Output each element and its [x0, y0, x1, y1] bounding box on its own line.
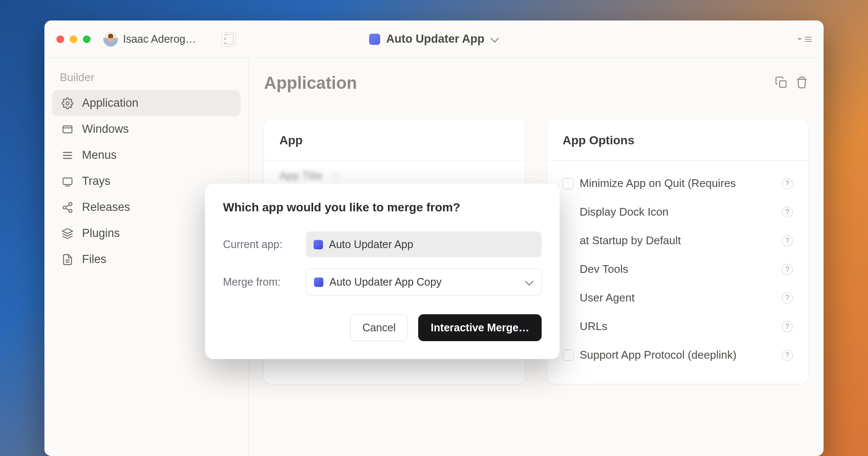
option-label: Dev Tools — [580, 263, 776, 276]
sidebar-item-menus[interactable]: Menus — [52, 142, 240, 168]
divider — [547, 160, 808, 161]
app-switcher[interactable]: Auto Updater App — [369, 32, 499, 46]
modal-title: Which app would you like to merge from? — [223, 201, 542, 214]
triangle-down-icon — [798, 38, 802, 41]
chevron-down-icon — [525, 278, 534, 286]
sidebar-item-label: Application — [82, 96, 138, 110]
trash-icon — [795, 76, 808, 89]
window-icon — [62, 123, 73, 135]
view-options-button[interactable] — [798, 37, 812, 42]
app-title-row: App Title ? — [279, 169, 510, 182]
sidebar-item-windows[interactable]: Windows — [52, 116, 240, 142]
sidebar-item-label: Plugins — [82, 227, 120, 240]
option-user-agent[interactable]: User Agent ? — [563, 284, 793, 312]
svg-point-0 — [66, 102, 69, 105]
toggle-sidebar-button[interactable] — [222, 32, 236, 47]
svg-point-3 — [69, 202, 72, 205]
sidebar-item-application[interactable]: Application — [52, 90, 240, 116]
help-icon[interactable]: ? — [328, 170, 340, 181]
current-app-name: Auto Updater App — [329, 238, 413, 251]
main-actions — [775, 76, 808, 91]
sidebar-item-label: Files — [82, 253, 106, 266]
minimize-window-button[interactable] — [70, 35, 77, 43]
help-icon[interactable]: ? — [782, 264, 793, 275]
help-icon[interactable]: ? — [782, 207, 793, 218]
option-startup-default[interactable]: at Startup by Default ? — [563, 226, 793, 255]
option-label: Support App Protocol (deeplink) — [580, 348, 776, 362]
menu-icon — [62, 149, 73, 161]
option-dev-tools[interactable]: Dev Tools ? — [563, 255, 793, 284]
svg-rect-2 — [63, 178, 72, 184]
gear-icon — [62, 97, 73, 109]
app-icon — [369, 34, 380, 45]
divider — [264, 160, 525, 161]
option-label: Minimize App on Quit (Requires — [580, 177, 776, 190]
help-icon[interactable]: ? — [782, 235, 793, 246]
current-app-row: Current app: Auto Updater App — [223, 231, 542, 257]
cancel-button[interactable]: Cancel — [350, 314, 408, 341]
sidebar-heading: Builder — [60, 71, 240, 84]
close-window-button[interactable] — [56, 35, 64, 43]
main-header: Application — [264, 73, 808, 93]
interactive-merge-button[interactable]: Interactive Merge… — [418, 314, 542, 341]
header-app-name: Auto Updater App — [386, 32, 484, 46]
option-display-dock-icon[interactable]: Display Dock Icon ? — [563, 198, 793, 226]
sidebar-icon — [224, 34, 234, 44]
card-title: App Options — [563, 134, 793, 147]
merge-from-value: Auto Updater App Copy — [329, 276, 442, 288]
card-app-options: App Options Minimize App on Quit (Requir… — [547, 119, 808, 384]
option-urls[interactable]: URLs ? — [563, 312, 793, 341]
svg-point-5 — [69, 209, 72, 212]
share-icon — [62, 202, 73, 213]
option-label: Display Dock Icon — [580, 205, 776, 219]
username-label: Isaac Aderog… — [123, 33, 196, 45]
modal-actions: Cancel Interactive Merge… — [223, 314, 542, 341]
app-icon — [314, 278, 323, 287]
help-icon[interactable]: ? — [782, 350, 793, 361]
checkbox[interactable] — [563, 350, 574, 361]
current-app-value: Auto Updater App — [306, 231, 542, 257]
sidebar-item-label: Releases — [82, 201, 130, 214]
field-label: App Title — [279, 169, 323, 182]
help-icon[interactable]: ? — [782, 321, 793, 332]
option-label: User Agent — [580, 291, 776, 304]
delete-button[interactable] — [795, 76, 808, 91]
layers-icon — [62, 228, 73, 240]
file-icon — [62, 254, 73, 266]
field-label: Merge from: — [223, 276, 299, 288]
sidebar-item-label: Trays — [82, 175, 111, 188]
window-controls — [56, 35, 91, 43]
svg-rect-1 — [63, 126, 72, 132]
sidebar-item-label: Windows — [82, 123, 129, 136]
option-minimize-on-quit[interactable]: Minimize App on Quit (Requires ? — [563, 169, 793, 198]
option-label: at Startup by Default — [580, 234, 776, 247]
maximize-window-button[interactable] — [83, 35, 91, 43]
option-app-protocol[interactable]: Support App Protocol (deeplink) ? — [563, 341, 793, 369]
copy-icon — [775, 76, 788, 89]
merge-from-row: Merge from: Auto Updater App Copy — [223, 269, 542, 295]
help-icon[interactable]: ? — [782, 292, 793, 304]
list-icon — [805, 37, 812, 42]
svg-point-4 — [63, 206, 66, 209]
merge-from-select[interactable]: Auto Updater App Copy — [306, 269, 542, 295]
sidebar-item-label: Menus — [82, 149, 117, 162]
merge-modal: Which app would you like to merge from? … — [205, 184, 560, 359]
tray-icon — [62, 175, 73, 187]
app-icon — [314, 240, 323, 249]
page-title: Application — [264, 73, 357, 93]
chevron-down-icon — [490, 35, 499, 44]
help-icon[interactable]: ? — [782, 178, 793, 189]
copy-button[interactable] — [775, 76, 788, 91]
titlebar: Isaac Aderog… Auto Updater App — [44, 20, 824, 58]
checkbox[interactable] — [563, 178, 574, 189]
field-label: Current app: — [223, 238, 299, 251]
card-title: App — [279, 134, 510, 147]
avatar[interactable] — [103, 32, 118, 47]
option-label: URLs — [580, 320, 776, 333]
svg-rect-6 — [780, 81, 786, 87]
